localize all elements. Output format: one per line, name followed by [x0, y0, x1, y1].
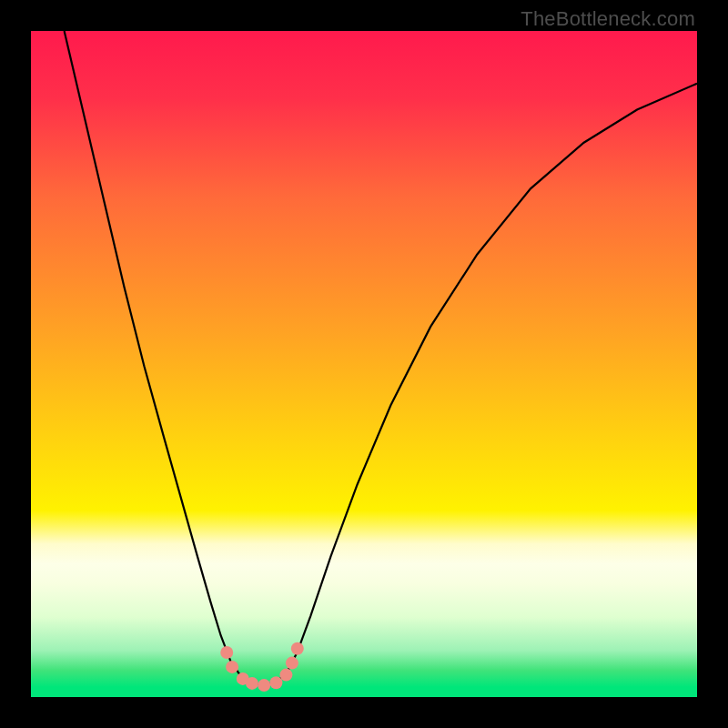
chart-frame: TheBottleneck.com — [0, 0, 728, 728]
plot-area — [31, 31, 697, 697]
data-dot — [286, 657, 298, 670]
data-dot — [226, 661, 238, 673]
watermark-text: TheBottleneck.com — [521, 7, 695, 31]
data-dot — [269, 676, 282, 689]
data-dot — [291, 642, 304, 655]
data-dot — [279, 669, 292, 682]
data-dot — [220, 646, 233, 659]
data-dot — [258, 679, 270, 692]
chart-svg — [31, 31, 697, 697]
data-dot — [246, 677, 258, 690]
gradient-background — [31, 31, 697, 697]
